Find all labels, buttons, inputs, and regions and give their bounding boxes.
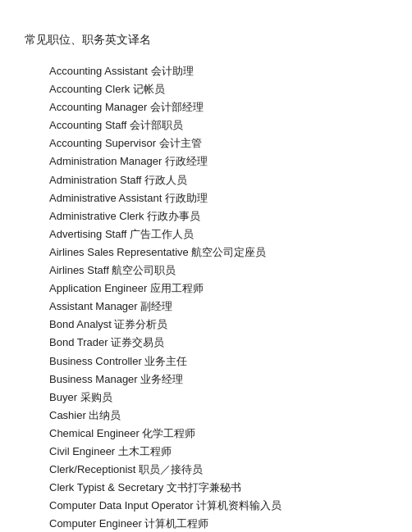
list-item: Accounting Supervisor 会计主管 (49, 134, 387, 152)
list-item: Administrative Assistant 行政助理 (49, 189, 387, 207)
list-item: Administration Staff 行政人员 (49, 171, 387, 189)
list-item: Civil Engineer 土木工程师 (49, 443, 387, 461)
page-title: 常见职位、职务英文译名 (25, 33, 387, 48)
list-item: Accounting Staff 会计部职员 (49, 116, 387, 134)
list-item: Administration Manager 行政经理 (49, 152, 387, 171)
list-item: Computer Data Input Operator 计算机资料输入员 (49, 497, 387, 515)
list-item: Clerk Typist & Secretary 文书打字兼秘书 (49, 479, 387, 497)
list-item: Cashier 出纳员 (49, 407, 387, 425)
list-item: Administrative Clerk 行政办事员 (49, 207, 387, 225)
list-item: Business Controller 业务主任 (49, 352, 387, 371)
list-item: Airlines Sales Representative 航空公司定座员 (49, 243, 387, 261)
list-item: Assistant Manager 副经理 (49, 298, 387, 316)
list-item: Bond Analyst 证券分析员 (49, 316, 387, 334)
job-list: Accounting Assistant 会计助理Accounting Cler… (25, 62, 387, 532)
list-item: Application Engineer 应用工程师 (49, 280, 387, 298)
list-item: Advertising Staff 广告工作人员 (49, 225, 387, 243)
list-item: Accounting Manager 会计部经理 (49, 98, 387, 116)
list-item: Computer Engineer 计算机工程师 (49, 515, 387, 532)
list-item: Buyer 采购员 (49, 389, 387, 407)
list-item: Accounting Clerk 记帐员 (49, 80, 387, 98)
list-item: Chemical Engineer 化学工程师 (49, 425, 387, 443)
list-item: Business Manager 业务经理 (49, 371, 387, 389)
list-item: Bond Trader 证券交易员 (49, 334, 387, 352)
list-item: Accounting Assistant 会计助理 (49, 62, 387, 80)
list-item: Clerk/Receptionist 职员／接待员 (49, 461, 387, 479)
list-item: Airlines Staff 航空公司职员 (49, 261, 387, 280)
